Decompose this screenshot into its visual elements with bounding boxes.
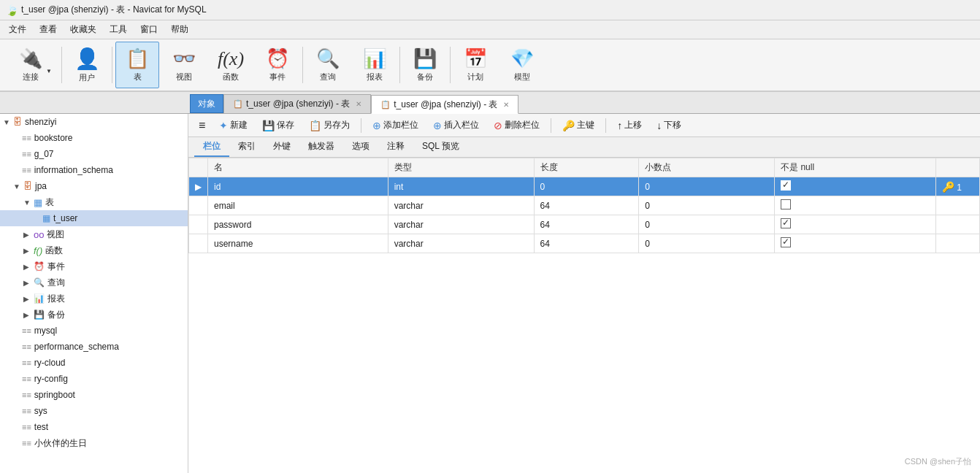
sidebar-item-sys[interactable]: ≡≡ sys	[0, 403, 188, 419]
sidebar-item-birthday[interactable]: ≡≡ 小伙伴的生日	[0, 435, 188, 451]
menu-favorites[interactable]: 收藏夹	[64, 22, 102, 37]
user-icon: 👤	[74, 47, 100, 71]
toolbar-user[interactable]: 👤 用户	[65, 42, 109, 88]
tab-2[interactable]: 📋 t_user @jpa (shenziyi) - 表 ✕	[371, 95, 518, 114]
object-tab-button[interactable]: 对象	[190, 94, 223, 113]
btn-addcol-label: 添加栏位	[383, 119, 418, 131]
test-icon: ≡≡	[22, 423, 31, 431]
toolbar-view[interactable]: 👓 视图	[162, 42, 206, 88]
sidebar-item-jpa-backups[interactable]: ▶ 💾 备份	[0, 307, 188, 323]
btn-movedown[interactable]: ↓ 下移	[651, 117, 686, 134]
queries-folder-icon: 🔍	[34, 277, 45, 288]
menu-help[interactable]: 帮助	[165, 22, 194, 37]
btn-new[interactable]: ✦ 新建	[214, 117, 253, 134]
btn-primarykey[interactable]: 🔑 主键	[557, 117, 600, 134]
th-decimal: 小数点	[639, 158, 775, 177]
sidebar-label-jpa: jpa	[35, 181, 47, 191]
info-schema-icon: ≡≡	[22, 166, 31, 174]
sidebar-item-jpa[interactable]: ▼ 🗄 jpa	[0, 178, 188, 194]
btn-primarykey-label: 主键	[577, 119, 594, 131]
menu-tools[interactable]: 工具	[104, 22, 133, 37]
sidebar-item-springboot[interactable]: ≡≡ springboot	[0, 387, 188, 403]
toggle-shenziyi: ▼	[3, 118, 12, 126]
checkbox-notnull-password	[781, 218, 791, 228]
menu-window[interactable]: 窗口	[134, 22, 164, 37]
report-icon-tb: 📊	[363, 47, 386, 70]
reports-folder-icon: 📊	[34, 293, 45, 304]
col-tab-options[interactable]: 选项	[343, 137, 378, 157]
row-type-password: varchar	[388, 215, 534, 234]
sidebar-item-ry-cloud[interactable]: ≡≡ ry-cloud	[0, 355, 188, 371]
sidebar-item-performance-schema[interactable]: ≡≡ performance_schema	[0, 339, 188, 355]
col-tab-indexes[interactable]: 索引	[229, 137, 264, 157]
toolbar-schedule-label: 计划	[467, 72, 483, 82]
toolbar-event[interactable]: ⏰ 事件	[256, 42, 299, 88]
col-tab-comments[interactable]: 注释	[378, 137, 413, 157]
sidebar-item-ry-config[interactable]: ≡≡ ry-config	[0, 371, 188, 387]
th-length: 长度	[534, 158, 639, 177]
tab-1[interactable]: 📋 t_user @jpa (shenziyi) - 表 ✕	[223, 94, 371, 113]
sidebar-item-jpa-events[interactable]: ▶ ⏰ 事件	[0, 258, 188, 274]
sidebar-item-bookstore[interactable]: ≡≡ bookstore	[0, 130, 188, 146]
btn-moveup-label: 上移	[624, 119, 642, 131]
tab-2-close[interactable]: ✕	[503, 101, 509, 109]
toolbar-backup[interactable]: 💾 备份	[403, 42, 447, 88]
btn-deletecol[interactable]: ⊘ 删除栏位	[489, 117, 545, 134]
deletecol-icon: ⊘	[494, 120, 502, 131]
toolbar-table[interactable]: 📋 表	[115, 42, 159, 88]
btn-moveup[interactable]: ↑ 上移	[612, 117, 647, 134]
sidebar-item-jpa-funcs[interactable]: ▶ f() 函数	[0, 242, 188, 258]
row-notnull-username	[775, 234, 936, 253]
col-tab-triggers[interactable]: 触发器	[299, 137, 343, 157]
menu-toggle-button[interactable]: ≡	[194, 118, 210, 134]
toolbar-schedule[interactable]: 📅 计划	[453, 42, 497, 88]
column-tabs: 栏位 索引 外键 触发器 选项 注释 SQL 预览	[188, 137, 980, 158]
table-row[interactable]: username varchar 64 0	[189, 234, 980, 253]
sidebar-item-jpa-views[interactable]: ▶ oo 视图	[0, 226, 188, 242]
sidebar-item-jpa-tables[interactable]: ▼ ▦ 表	[0, 194, 188, 210]
sidebar-label-ry-config: ry-config	[34, 374, 68, 384]
title-bar: 🍃 t_user @jpa (shenziyi) - 表 - Navicat f…	[0, 0, 980, 20]
row-arrow-id: ▶	[189, 177, 208, 196]
row-key-id: 🔑 1	[936, 177, 980, 196]
toolbar-event-label: 事件	[269, 72, 286, 82]
toggle-jpa-queries: ▶	[23, 279, 32, 287]
sidebar-item-g07[interactable]: ≡≡ g_07	[0, 146, 188, 162]
table-row[interactable]: password varchar 64 0	[189, 215, 980, 234]
col-tab-columns[interactable]: 栏位	[194, 137, 229, 157]
sidebar-item-jpa-queries[interactable]: ▶ 🔍 查询	[0, 274, 188, 291]
col-tab-foreignkeys[interactable]: 外键	[264, 137, 299, 157]
toolbar-model-label: 模型	[514, 72, 530, 82]
sidebar-label-jpa-reports: 报表	[47, 293, 65, 305]
toolbar-function[interactable]: f(x) 函数	[209, 42, 253, 88]
table-row[interactable]: ▶ id int 0 0 🔑 1	[189, 177, 980, 196]
menu-view[interactable]: 查看	[34, 22, 63, 37]
birthday-icon: ≡≡	[22, 439, 31, 447]
toolbar-connect[interactable]: 🔌 连接 ▼	[6, 42, 58, 88]
btn-save[interactable]: 💾 保存	[257, 117, 299, 134]
views-folder-icon: oo	[34, 229, 44, 240]
toolbar-backup-label: 备份	[417, 72, 433, 82]
perf-schema-icon: ≡≡	[22, 342, 31, 351]
sidebar-item-mysql[interactable]: ≡≡ mysql	[0, 323, 188, 339]
tab-1-close[interactable]: ✕	[356, 100, 361, 108]
funcs-folder-icon: f()	[34, 245, 42, 256]
btn-saveas[interactable]: 📋 另存为	[304, 117, 355, 134]
sidebar-item-information-schema[interactable]: ≡≡ information_schema	[0, 162, 188, 178]
table-row[interactable]: email varchar 64 0	[189, 196, 980, 215]
row-arrow-username	[189, 234, 208, 253]
row-key-password	[936, 215, 980, 234]
menu-bar: 文件 查看 收藏夹 工具 窗口 帮助	[0, 20, 980, 39]
sidebar-item-test[interactable]: ≡≡ test	[0, 419, 188, 435]
col-tab-sqlpreview[interactable]: SQL 预览	[413, 137, 468, 157]
toolbar-model[interactable]: 💎 模型	[500, 42, 544, 88]
toolbar-query[interactable]: 🔍 查询	[306, 42, 350, 88]
sidebar-item-t-user[interactable]: ▦ t_user	[0, 210, 188, 226]
btn-insertcol[interactable]: ⊕ 插入栏位	[428, 117, 484, 134]
sidebar-item-shenziyi[interactable]: ▼ 🗄 shenziyi	[0, 114, 188, 130]
menu-file[interactable]: 文件	[3, 22, 32, 37]
toolbar-report[interactable]: 📊 报表	[353, 42, 397, 88]
sidebar-label-birthday: 小伙伴的生日	[34, 437, 87, 450]
sidebar-item-jpa-reports[interactable]: ▶ 📊 报表	[0, 291, 188, 307]
btn-addcol[interactable]: ⊕ 添加栏位	[367, 117, 424, 134]
